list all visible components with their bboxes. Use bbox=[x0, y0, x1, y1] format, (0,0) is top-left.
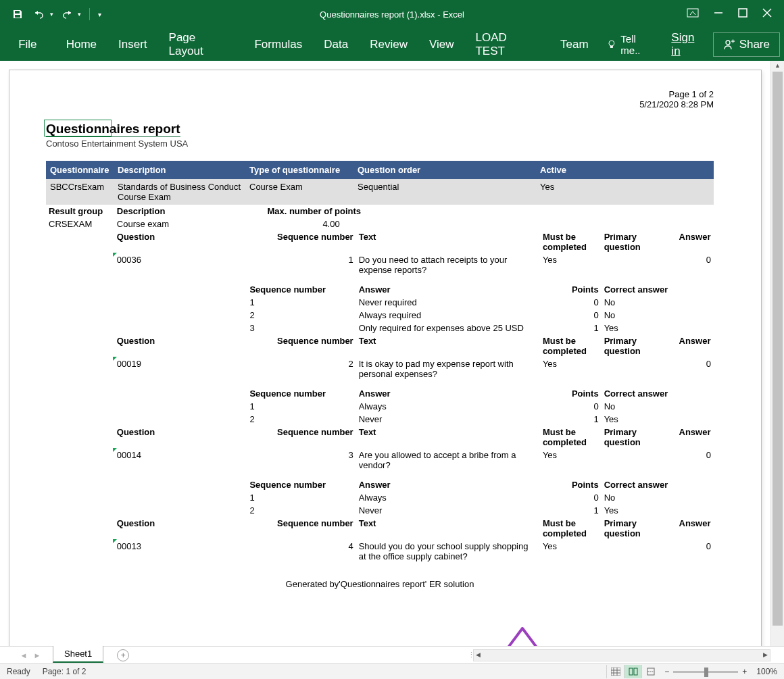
vertical-scrollbar[interactable]: ▲ bbox=[770, 61, 784, 646]
cell-selection[interactable] bbox=[44, 120, 112, 136]
scroll-left-icon[interactable]: ◀ bbox=[476, 651, 481, 658]
q1a3-pts: 1 bbox=[540, 322, 602, 334]
tab-data[interactable]: Data bbox=[313, 28, 359, 61]
zoom-in-button[interactable]: + bbox=[742, 667, 747, 676]
q1a1-sn: 1 bbox=[247, 296, 356, 309]
undo-button[interactable] bbox=[31, 6, 47, 22]
close-button[interactable] bbox=[762, 8, 772, 20]
undo-icon bbox=[33, 9, 45, 20]
svg-rect-2 bbox=[739, 9, 747, 17]
scroll-up-icon[interactable]: ▲ bbox=[775, 62, 781, 69]
q2-id: 00019 bbox=[114, 357, 247, 380]
col-active: Active bbox=[540, 165, 601, 175]
svg-point-7 bbox=[726, 41, 730, 45]
tab-load-test[interactable]: LOAD TEST bbox=[464, 28, 549, 61]
redo-button[interactable] bbox=[59, 6, 75, 22]
cell-desc: Standards of Business Conduct Course Exa… bbox=[118, 182, 249, 202]
tab-review[interactable]: Review bbox=[359, 28, 418, 61]
qat-customize-icon[interactable]: ▾ bbox=[98, 11, 101, 18]
svg-rect-10 bbox=[611, 668, 620, 676]
sheet-next-button[interactable]: ► bbox=[31, 649, 43, 661]
bulb-icon bbox=[606, 39, 617, 50]
cell-type: Course Exam bbox=[249, 182, 358, 202]
svg-rect-16 bbox=[634, 668, 637, 675]
status-page: Page: 1 of 2 bbox=[43, 667, 87, 676]
col-order: Question order bbox=[358, 165, 540, 175]
sign-in-button[interactable]: Sign in bbox=[664, 31, 712, 58]
grid-icon bbox=[611, 668, 620, 676]
minimize-button[interactable] bbox=[714, 8, 723, 20]
share-button[interactable]: Share bbox=[713, 32, 780, 57]
add-sheet-button[interactable]: + bbox=[117, 649, 129, 661]
page-break-icon bbox=[646, 668, 656, 676]
col-description: Description bbox=[118, 165, 249, 175]
q1-sn: 1 bbox=[247, 253, 356, 276]
val-max-points: 4.00 bbox=[247, 218, 540, 230]
q1-mc: Yes bbox=[540, 253, 602, 276]
maximize-icon bbox=[738, 8, 748, 18]
document-area: Page 1 of 2 5/21/2020 8:28 PM Questionna… bbox=[0, 61, 784, 646]
save-button[interactable] bbox=[9, 6, 26, 22]
lbl-mc: Must be completed bbox=[540, 230, 602, 253]
status-ready: Ready bbox=[7, 667, 30, 676]
page-number: Page 1 of 2 bbox=[46, 89, 714, 99]
lbl-seq: Sequence number bbox=[247, 230, 356, 253]
q1-ans: 0 bbox=[677, 253, 714, 276]
ribbon-options-icon bbox=[687, 8, 699, 18]
lbl-grp-desc: Description bbox=[114, 205, 247, 218]
print-page: Page 1 of 2 5/21/2020 8:28 PM Questionna… bbox=[9, 70, 761, 646]
lbl-max-points: Max. number of points bbox=[247, 205, 540, 218]
col-questionnaire: Questionnaire bbox=[50, 165, 118, 175]
sheet-tab-bar: ◄ ► Sheet1 + ⋮ ◀ ▶ bbox=[0, 646, 784, 663]
col-type: Type of questionnaire bbox=[249, 165, 358, 175]
q1a1-pts: 0 bbox=[540, 296, 602, 309]
lbl-pq: Primary question bbox=[602, 230, 677, 253]
horizontal-scrollbar[interactable]: ◀ ▶ bbox=[473, 649, 770, 661]
redo-icon bbox=[61, 9, 73, 20]
tell-me-input[interactable]: Tell me.. bbox=[599, 33, 665, 56]
ribbon-tabs: File Home Insert Page Layout Formulas Da… bbox=[0, 28, 784, 61]
tab-team[interactable]: Team bbox=[549, 28, 599, 61]
tab-page-layout[interactable]: Page Layout bbox=[158, 28, 244, 61]
q1a3-ca: Yes bbox=[602, 322, 677, 334]
zoom-out-button[interactable]: − bbox=[664, 667, 669, 676]
report-table: Result group Description Max. number of … bbox=[46, 205, 714, 563]
svg-point-5 bbox=[609, 41, 614, 46]
zoom-slider[interactable] bbox=[673, 671, 738, 673]
tab-file[interactable]: File bbox=[0, 28, 55, 61]
scrollbar-thumb[interactable] bbox=[773, 72, 783, 626]
tab-view[interactable]: View bbox=[418, 28, 465, 61]
q1a2-sn: 2 bbox=[247, 309, 356, 322]
lbl-text: Text bbox=[356, 230, 540, 253]
tab-formulas[interactable]: Formulas bbox=[243, 28, 313, 61]
view-normal-button[interactable] bbox=[606, 665, 624, 678]
q1a1-ca: No bbox=[602, 296, 677, 309]
q1a2-pts: 0 bbox=[540, 309, 602, 322]
annotation-arrow-icon bbox=[507, 627, 538, 646]
view-page-break-button[interactable] bbox=[641, 665, 659, 678]
sheet-tab-sheet1[interactable]: Sheet1 bbox=[53, 646, 103, 663]
view-page-layout-button[interactable] bbox=[624, 665, 641, 678]
sheet-prev-button[interactable]: ◄ bbox=[18, 649, 30, 661]
scroll-right-icon[interactable]: ▶ bbox=[763, 651, 768, 658]
report-subtitle: Contoso Entertainment System USA bbox=[46, 139, 714, 149]
tab-home[interactable]: Home bbox=[55, 28, 107, 61]
q1a3-sn: 3 bbox=[247, 322, 356, 334]
table-header: Questionnaire Description Type of questi… bbox=[46, 161, 714, 179]
q3-id: 00014 bbox=[114, 449, 247, 472]
ribbon-display-options[interactable] bbox=[687, 8, 699, 20]
tell-me-label: Tell me.. bbox=[620, 33, 658, 56]
lbl-result-group: Result group bbox=[46, 205, 114, 218]
redo-dropdown-icon[interactable]: ▾ bbox=[78, 11, 81, 18]
q4-id: 00013 bbox=[114, 540, 247, 563]
maximize-button[interactable] bbox=[738, 8, 748, 20]
tab-insert[interactable]: Insert bbox=[107, 28, 158, 61]
zoom-handle[interactable] bbox=[704, 668, 708, 677]
zoom-level[interactable]: 100% bbox=[756, 667, 777, 676]
lbl-ca: Correct answer bbox=[602, 283, 677, 296]
table-row: SBCCrsExam Standards of Business Conduct… bbox=[46, 179, 714, 205]
undo-dropdown-icon[interactable]: ▾ bbox=[50, 11, 53, 18]
lbl-ans2: Answer bbox=[356, 283, 540, 296]
val-grp-desc: Course exam bbox=[114, 218, 247, 230]
q1a3-ans: Only required for expenses above 25 USD bbox=[356, 322, 540, 334]
